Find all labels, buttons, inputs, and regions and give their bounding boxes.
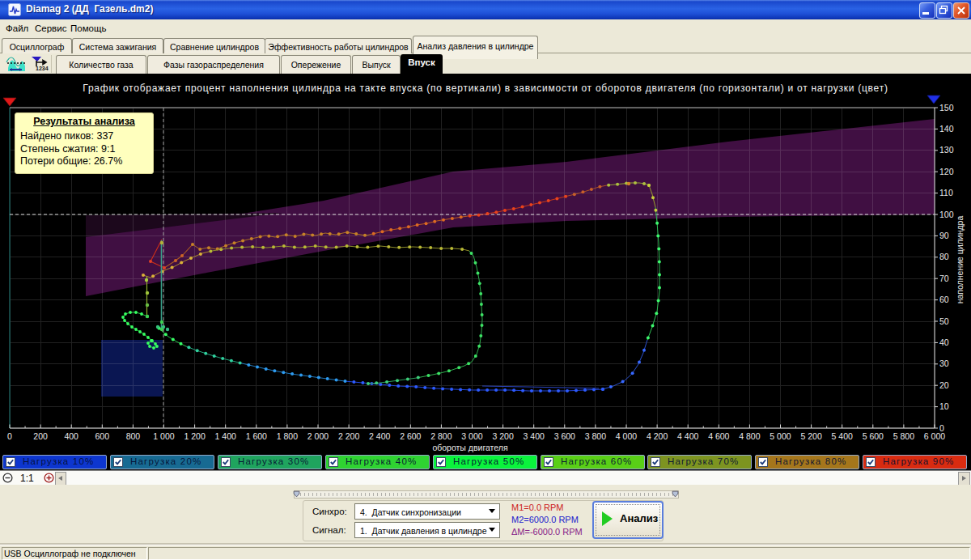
svg-text:наполнение цилиндра: наполнение цилиндра <box>955 216 965 304</box>
svg-text:2 600: 2 600 <box>400 431 421 441</box>
svg-text:110: 110 <box>939 188 953 197</box>
svg-text:1 000: 1 000 <box>153 431 174 441</box>
svg-text:5 400: 5 400 <box>832 431 853 441</box>
svg-text:400: 400 <box>64 431 78 441</box>
svg-text:1 600: 1 600 <box>246 431 267 441</box>
svg-text:80: 80 <box>939 252 949 261</box>
svg-text:2 800: 2 800 <box>430 431 452 441</box>
svg-text:1234: 1234 <box>36 66 49 71</box>
svg-text:150: 150 <box>939 103 954 112</box>
svg-text:4 200: 4 200 <box>647 431 668 441</box>
svg-text:0: 0 <box>939 423 944 433</box>
svg-text:3 400: 3 400 <box>524 431 545 441</box>
svg-text:40: 40 <box>939 337 949 347</box>
svg-text:30: 30 <box>939 358 949 368</box>
svg-text:3 000: 3 000 <box>461 431 482 441</box>
svg-text:2 000: 2 000 <box>307 431 329 441</box>
svg-text:10: 10 <box>939 401 949 411</box>
svg-text:2 400: 2 400 <box>369 431 390 441</box>
svg-text:600: 600 <box>95 431 110 441</box>
svg-text:3 200: 3 200 <box>492 431 513 441</box>
svg-text:3 600: 3 600 <box>554 431 575 441</box>
svg-text:5 600: 5 600 <box>863 431 884 441</box>
svg-text:130: 130 <box>939 145 954 155</box>
svg-text:5 000: 5 000 <box>770 431 791 441</box>
svg-text:140: 140 <box>939 124 954 134</box>
svg-text:1 800: 1 800 <box>277 431 298 441</box>
svg-text:20: 20 <box>939 380 949 390</box>
svg-text:100: 100 <box>939 210 954 219</box>
svg-text:4 600: 4 600 <box>708 431 729 441</box>
svg-text:5 800: 5 800 <box>893 431 914 441</box>
svg-text:120: 120 <box>939 167 954 176</box>
svg-text:1 400: 1 400 <box>215 431 236 441</box>
svg-text:50: 50 <box>939 316 949 326</box>
svg-text:6 000: 6 000 <box>924 431 945 441</box>
svg-text:обороты двигателя: обороты двигателя <box>432 443 507 452</box>
svg-text:3 800: 3 800 <box>585 431 606 441</box>
svg-text:1 200: 1 200 <box>184 431 205 441</box>
svg-text:2 200: 2 200 <box>338 431 359 441</box>
svg-text:60: 60 <box>939 295 949 304</box>
svg-text:4 000: 4 000 <box>616 431 637 441</box>
svg-text:4 400: 4 400 <box>677 431 698 441</box>
svg-text:5 200: 5 200 <box>800 431 821 441</box>
svg-text:200: 200 <box>33 431 48 441</box>
svg-text:800: 800 <box>126 431 141 441</box>
svg-text:70: 70 <box>939 274 949 283</box>
svg-text:4 800: 4 800 <box>739 431 760 441</box>
svg-text:0: 0 <box>7 431 12 441</box>
svg-text:90: 90 <box>939 231 949 240</box>
